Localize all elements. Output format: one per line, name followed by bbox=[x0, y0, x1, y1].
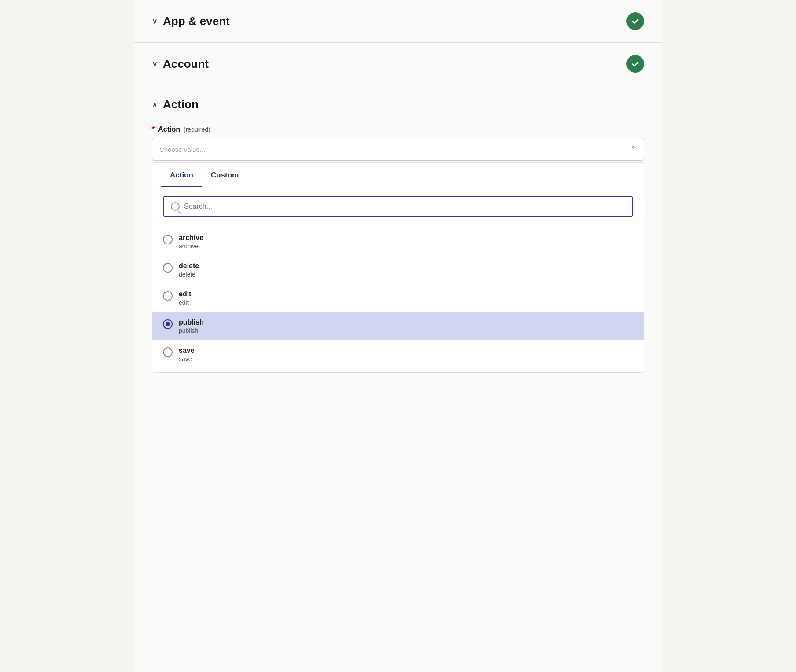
action-title: Action bbox=[163, 98, 199, 111]
app-event-section-header[interactable]: ∨ App & event bbox=[134, 0, 662, 42]
tab-custom[interactable]: Custom bbox=[202, 163, 247, 187]
option-delete[interactable]: delete delete bbox=[152, 256, 644, 284]
expand-icon: ⌃ bbox=[630, 144, 637, 154]
option-text-save: save save bbox=[179, 347, 195, 362]
action-field-label: * Action (required) bbox=[152, 126, 644, 133]
account-title: Account bbox=[163, 57, 209, 71]
option-sub-archive: archive bbox=[179, 243, 203, 250]
app-event-check-icon bbox=[626, 12, 644, 30]
option-sub-edit: edit bbox=[179, 299, 191, 306]
option-sub-save: save bbox=[179, 355, 195, 362]
search-container bbox=[152, 187, 644, 224]
option-main-publish: publish bbox=[179, 318, 204, 326]
radio-save bbox=[163, 347, 173, 357]
radio-archive bbox=[163, 235, 173, 244]
required-text: (required) bbox=[184, 126, 210, 133]
option-edit[interactable]: edit edit bbox=[152, 284, 644, 312]
action-chevron-icon: ∧ bbox=[152, 100, 158, 110]
account-header-left: ∨ Account bbox=[152, 57, 209, 71]
action-section-header[interactable]: ∧ Action bbox=[134, 85, 662, 118]
app-event-section: ∨ App & event bbox=[134, 0, 662, 43]
account-section-header[interactable]: ∨ Account bbox=[134, 43, 662, 85]
radio-delete bbox=[163, 263, 173, 273]
option-text-edit: edit edit bbox=[179, 290, 191, 306]
account-check-icon bbox=[626, 55, 644, 73]
search-input[interactable] bbox=[184, 203, 625, 210]
app-event-header-left: ∨ App & event bbox=[152, 15, 230, 28]
action-section: ∧ Action * Action (required) Choose valu… bbox=[134, 85, 662, 390]
option-text-archive: archive archive bbox=[179, 234, 203, 250]
action-content: * Action (required) Choose value... ⌃ Ac… bbox=[134, 118, 662, 390]
option-text-delete: delete delete bbox=[179, 262, 199, 278]
field-name: Action bbox=[158, 126, 180, 133]
tab-action[interactable]: Action bbox=[161, 163, 202, 187]
account-section: ∨ Account bbox=[134, 43, 662, 85]
option-main-edit: edit bbox=[179, 290, 191, 298]
radio-publish bbox=[163, 319, 173, 329]
option-sub-delete: delete bbox=[179, 271, 199, 278]
page-container: ∨ App & event ∨ Account bbox=[134, 0, 662, 672]
choose-value-input[interactable]: Choose value... ⌃ bbox=[152, 138, 644, 161]
choose-value-placeholder: Choose value... bbox=[159, 146, 205, 153]
option-sub-publish: publish bbox=[179, 327, 204, 334]
option-text-publish: publish publish bbox=[179, 318, 204, 334]
option-main-delete: delete bbox=[179, 262, 199, 270]
radio-edit bbox=[163, 291, 173, 301]
account-chevron-icon: ∨ bbox=[152, 59, 158, 69]
options-list: archive archive delete delete bbox=[152, 224, 644, 372]
search-input-wrapper bbox=[163, 196, 633, 217]
search-icon bbox=[171, 202, 180, 211]
option-archive[interactable]: archive archive bbox=[152, 228, 644, 256]
option-main-save: save bbox=[179, 347, 195, 354]
dropdown-panel: Action Custom archive bbox=[152, 162, 644, 373]
option-publish[interactable]: publish publish bbox=[152, 312, 644, 340]
app-event-chevron-icon: ∨ bbox=[152, 16, 158, 26]
app-event-title: App & event bbox=[163, 15, 230, 28]
option-save[interactable]: save save bbox=[152, 340, 644, 369]
option-main-archive: archive bbox=[179, 234, 203, 242]
tabs-row: Action Custom bbox=[152, 163, 644, 187]
required-star: * bbox=[152, 126, 155, 133]
